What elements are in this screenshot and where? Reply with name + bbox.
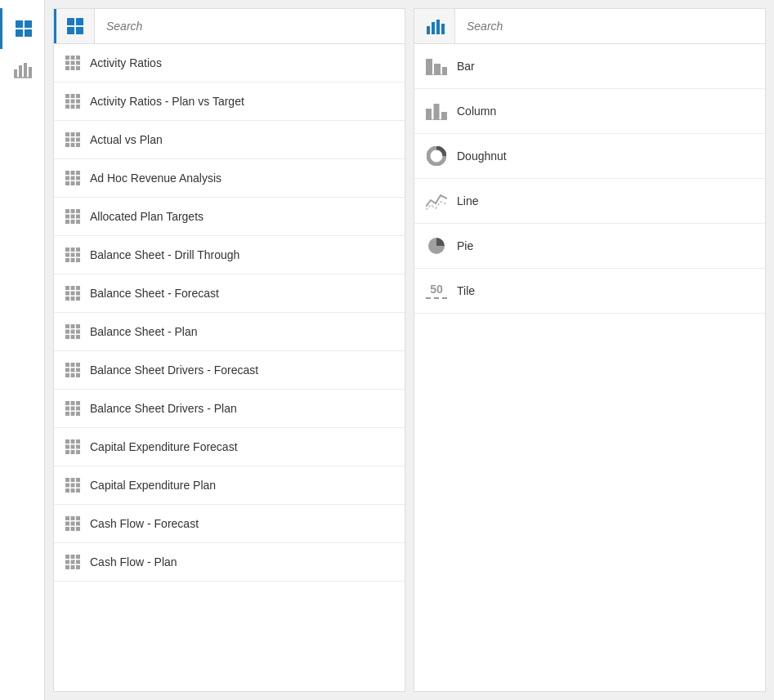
svg-rect-7 bbox=[29, 67, 32, 78]
svg-rect-129 bbox=[76, 527, 80, 531]
svg-rect-108 bbox=[76, 445, 80, 449]
svg-rect-103 bbox=[65, 439, 69, 444]
list-item[interactable]: Activity Ratios bbox=[54, 44, 405, 82]
svg-rect-122 bbox=[71, 516, 75, 520]
chart-type-item[interactable]: Doughnut bbox=[414, 134, 765, 179]
svg-rect-11 bbox=[67, 27, 74, 34]
svg-rect-4 bbox=[14, 69, 17, 78]
chart-type-label: Doughnut bbox=[457, 149, 507, 163]
svg-rect-50 bbox=[71, 209, 75, 213]
svg-rect-34 bbox=[65, 138, 69, 142]
pie-chart-icon bbox=[426, 235, 447, 256]
svg-rect-92 bbox=[71, 373, 75, 377]
chart-type-item[interactable]: Pie bbox=[414, 224, 765, 269]
svg-rect-149 bbox=[441, 112, 447, 120]
svg-rect-13 bbox=[65, 56, 69, 60]
svg-rect-49 bbox=[65, 209, 69, 213]
svg-rect-23 bbox=[71, 94, 75, 98]
svg-rect-51 bbox=[76, 209, 80, 213]
list-item[interactable]: Actual vs Plan bbox=[54, 121, 405, 159]
svg-rect-88 bbox=[65, 368, 69, 372]
svg-rect-25 bbox=[65, 100, 69, 104]
sidebar-item-chart[interactable] bbox=[0, 49, 44, 90]
report-item-label: Balance Sheet - Drill Through bbox=[90, 248, 239, 261]
svg-rect-113 bbox=[71, 478, 75, 482]
svg-rect-20 bbox=[71, 66, 75, 70]
chart-search-input[interactable] bbox=[467, 20, 754, 33]
list-item[interactable]: Balance Sheet Drivers - Forecast bbox=[54, 351, 405, 390]
sidebar-item-table[interactable] bbox=[0, 8, 44, 49]
reports-search-input[interactable] bbox=[106, 20, 393, 33]
list-item[interactable]: Capital Expenditure Plan bbox=[54, 466, 405, 505]
report-item-label: Ad Hoc Revenue Analysis bbox=[90, 172, 221, 185]
svg-rect-35 bbox=[71, 138, 75, 142]
chart-type-item[interactable]: Line bbox=[414, 179, 765, 224]
svg-rect-143 bbox=[426, 59, 432, 75]
svg-rect-96 bbox=[76, 401, 80, 405]
svg-rect-101 bbox=[71, 412, 75, 416]
list-item[interactable]: Ad Hoc Revenue Analysis bbox=[54, 159, 405, 198]
report-item-label: Activity Ratios - Plan vs Target bbox=[90, 95, 244, 108]
svg-rect-38 bbox=[71, 143, 75, 147]
list-item[interactable]: Cash Flow - Plan bbox=[54, 543, 405, 582]
svg-rect-70 bbox=[65, 292, 69, 296]
svg-rect-30 bbox=[76, 105, 80, 109]
chart-type-label: Pie bbox=[457, 239, 473, 252]
list-item[interactable]: Allocated Plan Targets bbox=[54, 198, 405, 236]
grid-item-icon bbox=[65, 286, 80, 301]
svg-rect-78 bbox=[76, 324, 80, 328]
svg-rect-116 bbox=[71, 484, 75, 488]
svg-rect-141 bbox=[436, 20, 440, 34]
svg-rect-86 bbox=[71, 363, 75, 367]
list-item[interactable]: Activity Ratios - Plan vs Target bbox=[54, 82, 405, 121]
svg-rect-117 bbox=[76, 484, 80, 488]
list-item[interactable]: Cash Flow - Forecast bbox=[54, 505, 405, 543]
svg-rect-83 bbox=[71, 335, 75, 339]
report-item-label: Cash Flow - Forecast bbox=[90, 517, 199, 530]
list-item[interactable]: Balance Sheet - Forecast bbox=[54, 274, 405, 313]
chart-type-item[interactable]: 50 Tile bbox=[414, 269, 765, 314]
svg-rect-124 bbox=[65, 522, 69, 526]
list-item[interactable]: Balance Sheet Drivers - Plan bbox=[54, 390, 405, 428]
grid-item-icon bbox=[65, 363, 80, 377]
svg-rect-9 bbox=[67, 18, 74, 25]
svg-rect-90 bbox=[76, 368, 80, 372]
report-item-label: Balance Sheet - Forecast bbox=[90, 287, 219, 300]
svg-rect-29 bbox=[71, 105, 75, 109]
svg-rect-136 bbox=[65, 565, 69, 569]
chart-panel-chart-icon[interactable] bbox=[414, 9, 455, 43]
chart-type-item[interactable]: Column bbox=[414, 89, 765, 134]
svg-rect-67 bbox=[65, 286, 69, 290]
svg-rect-57 bbox=[76, 220, 80, 224]
svg-rect-105 bbox=[76, 439, 80, 444]
svg-rect-32 bbox=[71, 132, 75, 136]
svg-rect-6 bbox=[24, 63, 27, 78]
svg-rect-109 bbox=[65, 450, 69, 454]
reports-panel-table-icon[interactable] bbox=[54, 9, 95, 43]
svg-rect-33 bbox=[76, 132, 80, 136]
list-item[interactable]: Balance Sheet - Drill Through bbox=[54, 236, 405, 274]
svg-rect-76 bbox=[65, 324, 69, 328]
list-item[interactable]: Balance Sheet - Plan bbox=[54, 313, 405, 351]
svg-rect-120 bbox=[76, 488, 80, 493]
svg-rect-44 bbox=[71, 176, 75, 181]
svg-rect-37 bbox=[65, 143, 69, 147]
svg-rect-81 bbox=[76, 330, 80, 334]
svg-rect-46 bbox=[65, 181, 69, 185]
svg-rect-59 bbox=[71, 247, 75, 252]
svg-rect-58 bbox=[65, 247, 69, 252]
svg-rect-60 bbox=[76, 247, 80, 252]
list-item[interactable]: Capital Expenditure Forecast bbox=[54, 428, 405, 466]
svg-rect-54 bbox=[76, 215, 80, 219]
chart-type-label: Line bbox=[457, 194, 478, 207]
report-item-label: Cash Flow - Plan bbox=[90, 555, 177, 568]
chart-type-label: Tile bbox=[457, 284, 475, 297]
svg-rect-15 bbox=[76, 56, 80, 60]
report-item-label: Activity Ratios bbox=[90, 56, 162, 69]
svg-rect-36 bbox=[76, 138, 80, 142]
chart-type-label: Column bbox=[457, 105, 496, 118]
report-item-label: Allocated Plan Targets bbox=[90, 210, 204, 223]
svg-rect-128 bbox=[71, 527, 75, 531]
svg-rect-48 bbox=[76, 181, 80, 185]
chart-type-item[interactable]: Bar bbox=[414, 44, 765, 89]
